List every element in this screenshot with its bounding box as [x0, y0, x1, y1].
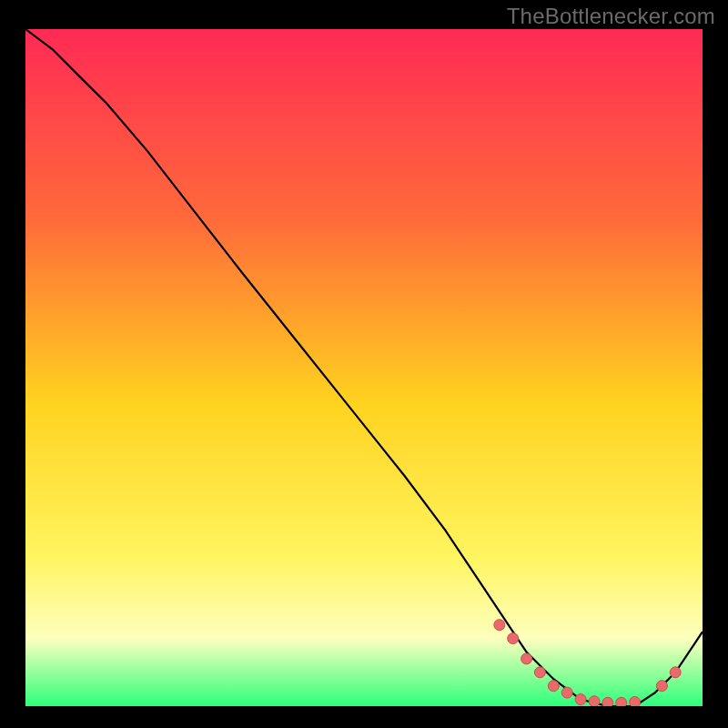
plot-area: [25, 29, 703, 706]
marker-point: [575, 694, 586, 705]
marker-point: [508, 633, 519, 644]
watermark-text: TheBottlenecker.com: [507, 4, 715, 29]
marker-point: [521, 653, 532, 664]
marker-point: [616, 697, 627, 706]
gradient-background: [25, 29, 703, 706]
chart-svg: [25, 29, 703, 706]
marker-point: [494, 620, 505, 631]
marker-point: [630, 697, 641, 707]
marker-point: [548, 681, 559, 692]
marker-point: [589, 696, 600, 706]
chart-frame: TheBottlenecker.com: [0, 0, 728, 728]
marker-point: [602, 697, 613, 706]
marker-point: [670, 667, 681, 678]
marker-point: [561, 687, 572, 698]
marker-point: [656, 681, 667, 692]
marker-point: [534, 667, 545, 678]
